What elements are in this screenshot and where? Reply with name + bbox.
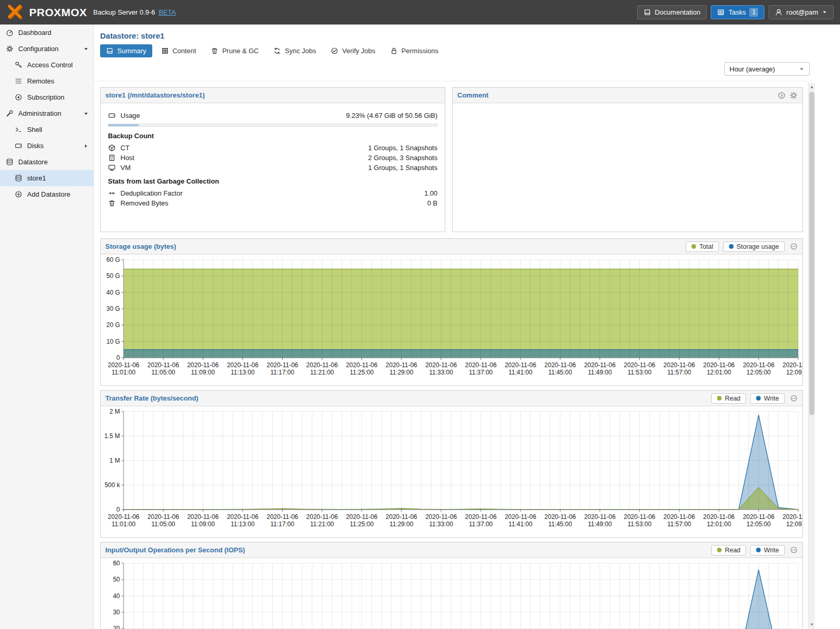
tab-verify-jobs[interactable]: Verify Jobs — [325, 44, 381, 57]
collapse-icon[interactable] — [790, 243, 798, 250]
svg-text:11:49:00: 11:49:00 — [588, 369, 612, 376]
svg-text:30 G: 30 G — [106, 305, 120, 312]
iops-chart-title: Input/Output Operations per Second (IOPS… — [105, 546, 245, 554]
svg-text:2020-11-06: 2020-11-06 — [783, 361, 802, 369]
add-circle-icon — [15, 190, 22, 198]
svg-text:12:05:00: 12:05:00 — [747, 521, 771, 528]
svg-text:2020-11-06: 2020-11-06 — [108, 361, 140, 369]
svg-text:60 G: 60 G — [106, 256, 120, 263]
svg-text:11:57:00: 11:57:00 — [667, 521, 691, 528]
legend-read[interactable]: Read — [711, 393, 746, 404]
svg-text:11:09:00: 11:09:00 — [191, 521, 215, 528]
storage-chart-title: Storage usage (bytes) — [105, 243, 176, 250]
sidebar-item-subscription[interactable]: Subscription — [0, 89, 93, 105]
svg-text:11:13:00: 11:13:00 — [230, 369, 254, 376]
svg-text:11:13:00: 11:13:00 — [230, 521, 254, 528]
sidebar-item-store1[interactable]: store1 — [0, 170, 93, 186]
svg-text:2020-11-06: 2020-11-06 — [624, 361, 655, 369]
svg-text:2020-11-06: 2020-11-06 — [465, 361, 497, 369]
legend-total[interactable]: Total — [686, 241, 719, 252]
svg-text:40: 40 — [113, 592, 120, 600]
comment-body[interactable] — [453, 103, 802, 118]
tab-prune-gc[interactable]: Prune & GC — [205, 44, 264, 57]
sidebar-item-label: Subscription — [27, 93, 65, 101]
user-label: root@pam — [786, 8, 818, 16]
sidebar-item-datastore[interactable]: Datastore — [0, 154, 93, 170]
collapse-icon[interactable] — [790, 394, 798, 402]
legend-write[interactable]: Write — [750, 393, 785, 404]
user-menu-button[interactable]: root@pam — [769, 5, 834, 19]
svg-text:2020-11-06: 2020-11-06 — [663, 513, 695, 521]
svg-text:60: 60 — [113, 560, 120, 567]
hdd-icon — [108, 112, 116, 119]
svg-text:11:41:00: 11:41:00 — [508, 369, 532, 376]
documentation-button[interactable]: Documentation — [637, 5, 707, 19]
time-range-select[interactable]: Hour (average) — [724, 62, 810, 76]
backup-row-vm: VM 1 Groups, 1 Snapshots — [108, 163, 437, 173]
gear-icon[interactable] — [789, 91, 798, 100]
svg-text:2020-11-06: 2020-11-06 — [227, 361, 259, 369]
backup-count-heading: Backup Count — [108, 132, 437, 140]
total-series-dot — [691, 244, 696, 249]
legend-write[interactable]: Write — [750, 545, 785, 555]
sidebar-item-dashboard[interactable]: Dashboard — [0, 25, 93, 41]
detail-arrow-icon[interactable] — [777, 91, 786, 100]
collapse-icon[interactable] — [790, 546, 798, 554]
iops-chart: 01020304050602020-11-0611:01:002020-11-0… — [101, 558, 802, 629]
svg-text:2020-11-06: 2020-11-06 — [346, 361, 378, 369]
tasks-count-badge: 1 — [749, 8, 758, 17]
tasks-button[interactable]: Tasks 1 — [711, 5, 764, 19]
gear-icon — [6, 45, 14, 53]
svg-text:11:57:00: 11:57:00 — [667, 369, 691, 376]
tab-summary[interactable]: Summary — [100, 44, 152, 57]
tasks-list-icon — [717, 8, 725, 16]
database-icon — [15, 174, 22, 182]
sidebar-item-label: Shell — [27, 126, 42, 134]
sidebar-item-label: Access Control — [27, 61, 72, 69]
sidebar-item-configuration[interactable]: Configuration — [0, 41, 93, 57]
page-title: Datastore: store1 — [94, 25, 815, 42]
svg-text:11:53:00: 11:53:00 — [628, 369, 652, 376]
scroll-up-arrow[interactable]: ▲ — [809, 83, 815, 91]
svg-text:2020-11-06: 2020-11-06 — [743, 361, 775, 369]
sidebar-item-access-control[interactable]: Access Control — [0, 57, 93, 73]
tab-content[interactable]: Content — [155, 44, 202, 57]
sidebar-item-remotes[interactable]: Remotes — [0, 73, 93, 89]
datastore-summary-panel: store1 (/mnt/datastores/store1) Usage 9.… — [100, 87, 445, 232]
caret-down-icon — [83, 111, 89, 117]
svg-text:2020-11-06: 2020-11-06 — [544, 513, 576, 521]
tab-sync-jobs[interactable]: Sync Jobs — [267, 44, 322, 57]
hdd-icon — [15, 142, 22, 150]
scrollbar-thumb[interactable] — [809, 92, 814, 415]
svg-text:2020-11-06: 2020-11-06 — [663, 361, 695, 369]
sidebar-item-administration[interactable]: Administration — [0, 105, 93, 122]
sidebar-item-shell[interactable]: Shell — [0, 122, 93, 138]
compress-icon — [108, 189, 116, 197]
sidebar-item-add-datastore[interactable]: Add Datastore — [0, 186, 93, 202]
legend-read[interactable]: Read — [711, 545, 746, 555]
svg-text:1 M: 1 M — [109, 457, 120, 464]
app-title: Backup Server 0.9-6 — [93, 8, 155, 16]
gc-row-removed-bytes: Removed Bytes 0 B — [108, 198, 437, 208]
tab-permissions[interactable]: Permissions — [384, 44, 444, 57]
scroll-down-arrow[interactable]: ▼ — [809, 621, 815, 628]
grid-icon — [161, 47, 169, 55]
svg-text:2020-11-06: 2020-11-06 — [227, 513, 259, 521]
beta-link[interactable]: BETA — [159, 8, 176, 16]
svg-text:11:37:00: 11:37:00 — [469, 521, 493, 528]
vertical-scrollbar[interactable]: ▲ ▼ — [808, 83, 815, 629]
svg-text:2020-11-06: 2020-11-06 — [703, 513, 735, 521]
transfer-rate-chart-panel: Transfer Rate (bytes/second) Read Write … — [100, 390, 803, 538]
transfer-chart-title: Transfer Rate (bytes/second) — [105, 394, 198, 402]
cube-icon — [108, 144, 116, 152]
sidebar-item-label: Disks — [27, 142, 44, 150]
svg-text:11:17:00: 11:17:00 — [271, 521, 295, 528]
sidebar-item-label: Remotes — [27, 77, 54, 85]
proxmox-logo-icon — [6, 4, 25, 21]
usage-label: Usage — [120, 112, 140, 119]
sidebar-item-label: Configuration — [18, 45, 58, 53]
summary-panel-title: store1 (/mnt/datastores/store1) — [105, 91, 205, 99]
svg-text:40 G: 40 G — [106, 289, 120, 296]
legend-storage-usage[interactable]: Storage usage — [723, 241, 785, 252]
sidebar-item-disks[interactable]: Disks — [0, 138, 93, 154]
